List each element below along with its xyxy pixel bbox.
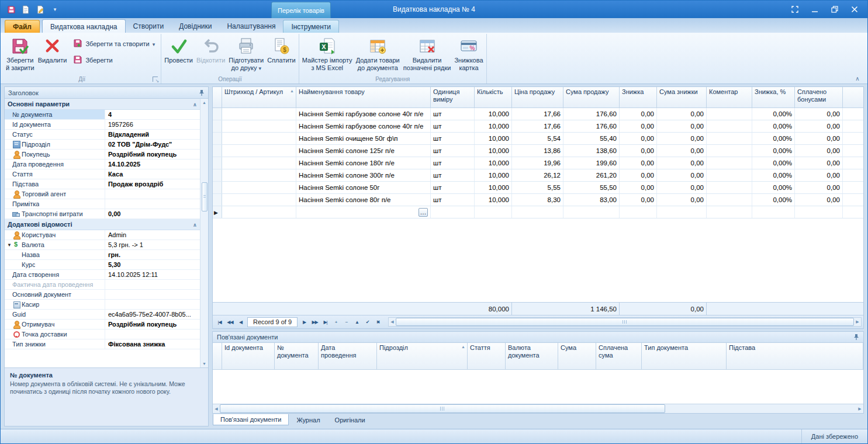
pin-icon[interactable] <box>853 334 859 341</box>
delete-document-button[interactable]: Видалити <box>36 34 69 75</box>
quick-document-icon[interactable] <box>20 4 31 15</box>
column-header[interactable]: Найменування товару <box>296 87 431 107</box>
property-row[interactable]: Статус Відкладений <box>5 130 200 140</box>
property-row[interactable]: Покупець Роздрібний покупець <box>5 150 200 159</box>
last-record-button[interactable]: ▶| <box>320 317 330 327</box>
property-row[interactable]: Торговий агент <box>5 189 200 199</box>
post-edit-button[interactable]: ✔ <box>362 317 372 327</box>
next-page-button[interactable]: ▶▶ <box>310 317 320 327</box>
dropdown-icon[interactable] <box>259 64 262 71</box>
property-row[interactable]: Користувач Admin <box>5 230 200 240</box>
category-additional-info[interactable]: Додаткові відомості <box>5 219 200 230</box>
goods-row[interactable]: Насіння Semki солоне 50г шт 10,000 5,55 … <box>213 182 863 194</box>
column-header[interactable]: Сплачено бонусами <box>795 87 843 107</box>
property-row[interactable]: Id документа 1957266 <box>5 120 200 130</box>
column-header[interactable]: Знижка, % <box>752 87 795 107</box>
delete-record-button[interactable]: − <box>341 317 351 327</box>
pay-button[interactable]: $ Сплатити <box>265 34 298 75</box>
property-row[interactable]: Стаття Каса <box>5 169 200 179</box>
save-and-create-button[interactable]: Зберегти та створити <box>73 39 155 49</box>
related-horizontal-scrollbar[interactable] <box>213 404 863 413</box>
column-header[interactable]: Дата проведення <box>319 343 377 369</box>
property-row[interactable]: Назва грн. <box>5 250 200 260</box>
cancel-edit-button[interactable]: ✖ <box>373 317 383 327</box>
contextual-tab-group[interactable]: Перелік товарів <box>271 2 331 18</box>
minimize-button[interactable] <box>810 5 819 14</box>
prev-page-button[interactable]: ◀◀ <box>225 317 235 327</box>
column-header[interactable]: Кількість <box>475 87 512 107</box>
column-header[interactable]: Сума <box>558 343 596 369</box>
excel-import-wizard-button[interactable]: X Майстер імпорту з MS Excel <box>300 34 354 75</box>
property-row[interactable]: Примітка <box>5 199 200 209</box>
column-header[interactable]: Штрихкод / Артикул <box>222 87 296 107</box>
column-header[interactable]: Ціна продажу <box>512 87 563 107</box>
property-row[interactable]: Підстава Продаж вроздріб <box>5 179 200 189</box>
category-basic-parameters[interactable]: Основні параметри <box>5 99 200 110</box>
save-button[interactable]: Зберегти <box>73 55 155 65</box>
scrollbar-thumb[interactable] <box>202 182 208 211</box>
fullscreen-button[interactable] <box>790 5 800 14</box>
column-header[interactable]: Стаття <box>468 343 506 369</box>
ribbon-collapse-icon[interactable] <box>853 74 862 81</box>
property-row[interactable]: Дата створення 14.10.2025 12:11 <box>5 270 200 280</box>
next-record-button[interactable]: ▶ <box>299 317 309 327</box>
property-row[interactable]: Валюта 5,3 грн. -> 1 <box>5 240 200 250</box>
tab-invoice[interactable]: Видаткова накладна <box>42 19 126 33</box>
close-button[interactable] <box>850 5 859 14</box>
property-row[interactable]: Курс 5,30 <box>5 260 200 270</box>
column-header[interactable]: № документа <box>275 343 319 369</box>
tab-create[interactable]: Створити <box>126 20 172 33</box>
scroll-left-icon[interactable] <box>213 405 220 412</box>
tab-tools[interactable]: Інструменти <box>283 20 339 33</box>
column-header[interactable]: Валюта документа <box>506 343 558 369</box>
maximize-button[interactable] <box>830 5 839 14</box>
dropdown-icon[interactable] <box>153 40 155 47</box>
scroll-right-icon[interactable] <box>854 318 861 326</box>
edit-record-button[interactable]: ▲ <box>352 317 362 327</box>
goods-row[interactable]: Насіння Semki солоне 125г п/е шт 10,000 … <box>213 145 863 157</box>
property-row[interactable]: Основний документ <box>5 290 200 300</box>
property-row[interactable]: Фактична дата проведення <box>5 280 200 290</box>
prepare-print-button[interactable]: Підготувати до друку <box>227 34 265 75</box>
column-header[interactable]: Одиниця виміру <box>431 87 475 107</box>
column-header[interactable]: Знижка <box>620 87 657 107</box>
column-header[interactable]: Коментар <box>707 87 752 107</box>
tab-settings[interactable]: Налаштування <box>219 20 283 33</box>
tab-journal[interactable]: Журнал <box>289 414 327 425</box>
property-row[interactable]: Дата проведення 14.10.2025 <box>5 159 200 169</box>
scrollbar-thumb[interactable] <box>396 318 854 326</box>
dialog-launcher-icon[interactable] <box>153 77 158 82</box>
save-and-close-button[interactable]: Зберегти й закрити <box>4 34 36 75</box>
tab-file[interactable]: Файл <box>5 20 40 33</box>
column-header[interactable]: Сума продажу <box>563 87 620 107</box>
scroll-up-icon[interactable] <box>201 99 208 106</box>
quick-save-icon[interactable] <box>6 4 16 15</box>
append-record-button[interactable]: + <box>331 317 341 327</box>
property-row[interactable]: Тип знижки Фіксована знижка <box>5 339 200 349</box>
grid-horizontal-scrollbar[interactable] <box>388 317 862 327</box>
scroll-down-icon[interactable] <box>201 360 208 367</box>
pin-icon[interactable] <box>199 89 205 96</box>
column-header[interactable]: Тип документа <box>642 343 727 369</box>
first-record-button[interactable]: |◀ <box>215 317 224 327</box>
discount-card-button[interactable]: % Знижкова картка <box>452 34 485 75</box>
property-row[interactable]: Отримувач Роздрібний покупець <box>5 320 200 329</box>
column-header[interactable]: Підрозділ <box>377 343 468 369</box>
tab-directories[interactable]: Довідники <box>171 20 219 33</box>
column-header[interactable]: Сума знижки <box>657 87 707 107</box>
quick-document-edit-icon[interactable] <box>35 4 46 15</box>
property-row[interactable]: Guid ec4a6a95-75e2-4007-8b05... <box>5 310 200 320</box>
property-row[interactable]: Касир <box>5 300 200 310</box>
property-row[interactable]: № документа 4 <box>5 110 200 120</box>
goods-row[interactable]: Насіння Semki солоне 300г п/е шт 10,000 … <box>213 169 863 182</box>
scroll-right-icon[interactable] <box>856 405 863 412</box>
goods-row[interactable]: Насіння Semki очищене 50г ф\п шт 10,000 … <box>213 133 863 145</box>
scroll-left-icon[interactable] <box>389 318 396 326</box>
sidebar-scrollbar[interactable] <box>200 99 208 367</box>
goods-row[interactable]: Насіння Semki солоне 180г п/е шт 10,000 … <box>213 157 863 169</box>
property-row[interactable]: Підрозділ 02 ТОВ "Дрім-Фудс" <box>5 140 200 150</box>
column-header[interactable]: Id документа <box>222 343 275 369</box>
goods-row[interactable]: Насіння Semki солоне 80г п/е шт 10,000 8… <box>213 194 863 206</box>
column-header[interactable]: Підстава <box>727 343 863 369</box>
post-document-button[interactable]: Провести <box>162 34 195 75</box>
